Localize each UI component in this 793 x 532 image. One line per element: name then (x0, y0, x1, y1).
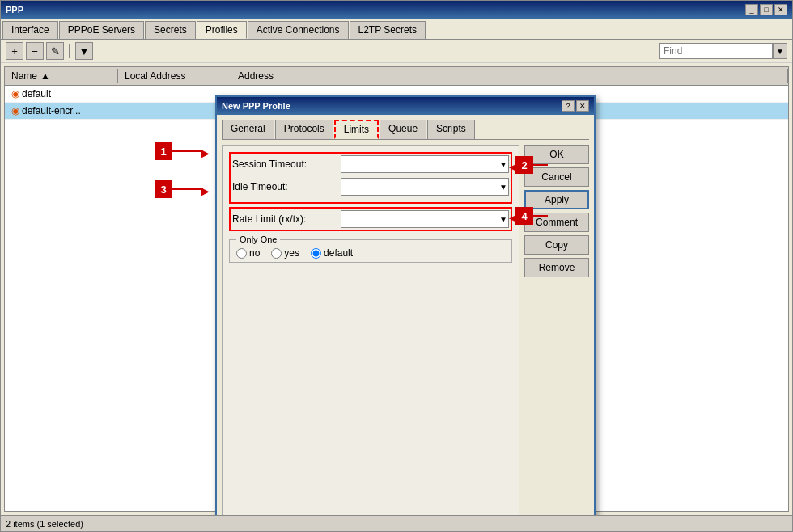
status-bar: 2 items (1 selected) (1, 515, 792, 531)
remove-button[interactable]: − (26, 42, 44, 60)
only-one-radio-group: no yes default (236, 247, 505, 259)
dialog-title: New PPP Profile (222, 101, 290, 111)
rate-limit-row: Rate Limit (rx/tx): ▼ (229, 207, 512, 231)
col-name: Name ▲ (5, 69, 118, 83)
tab-pppoe-servers[interactable]: PPPoE Servers (59, 21, 144, 39)
close-button[interactable]: ✕ (774, 4, 787, 15)
tab-profiles[interactable]: Profiles (197, 21, 247, 39)
edit-button[interactable]: ✎ (46, 42, 64, 60)
radio-no[interactable] (236, 248, 247, 259)
tab-secrets[interactable]: Secrets (145, 21, 196, 39)
comment-button[interactable]: Comment (524, 213, 589, 232)
idle-timeout-select[interactable] (341, 178, 509, 196)
row-name-cell: ◉ default-encr... (5, 104, 118, 117)
dialog-tab-limits[interactable]: Limits (334, 120, 379, 139)
idle-timeout-field: Idle Timeout: ▼ (232, 178, 509, 196)
session-timeout-field: Session Timeout: ▼ (232, 155, 509, 173)
toolbar-separator (69, 44, 70, 58)
session-timeout-label: Session Timeout: (232, 158, 337, 170)
dialog-tab-queue[interactable]: Queue (380, 120, 426, 139)
radio-yes[interactable] (271, 248, 282, 259)
tab-active-connections[interactable]: Active Connections (248, 21, 349, 39)
app-title: PPP (6, 5, 23, 15)
filter-button[interactable]: ▼ (75, 42, 93, 60)
dialog-buttons-panel: OK Cancel Apply Comment Copy Remove (524, 145, 589, 515)
search-dropdown-button[interactable]: ▼ (773, 43, 787, 59)
radio-yes-option[interactable]: yes (271, 247, 299, 259)
search-input[interactable] (659, 43, 773, 59)
ok-button[interactable]: OK (524, 145, 589, 164)
minimize-button[interactable]: _ (745, 4, 758, 15)
rate-limit-select[interactable] (341, 210, 509, 228)
session-timeout-select-wrapper: ▼ (341, 155, 509, 173)
main-window: PPP _ □ ✕ Interface PPPoE Servers Secret… (0, 0, 793, 532)
restore-button[interactable]: □ (760, 4, 773, 15)
rate-limit-label: Rate Limit (rx/tx): (232, 213, 337, 225)
dialog-title-bar: New PPP Profile ? ✕ (217, 97, 594, 115)
radio-no-option[interactable]: no (236, 247, 260, 259)
tab-l2tp-secrets[interactable]: L2TP Secrets (350, 21, 426, 39)
radio-default-option[interactable]: default (311, 247, 353, 259)
rate-limit-select-wrapper: ▼ (341, 210, 509, 228)
add-button[interactable]: + (6, 42, 23, 60)
row-local-addr-cell (118, 87, 231, 100)
dialog-title-buttons: ? ✕ (562, 100, 589, 112)
col-address: Address (231, 69, 788, 83)
radio-default[interactable] (311, 248, 321, 259)
idle-timeout-label: Idle Timeout: (232, 181, 337, 192)
row-local-addr-cell (118, 104, 231, 117)
remove-button[interactable]: Remove (524, 258, 589, 277)
dialog-form: Session Timeout: ▼ (222, 145, 519, 515)
content-area: Name ▲ Local Address Address ◉ default (1, 63, 792, 515)
apply-button[interactable]: Apply (524, 190, 589, 209)
dialog-content: General Protocols Limits Queue Scripts (217, 115, 594, 515)
only-one-fieldset: Only One no yes (229, 234, 512, 263)
tab-interface[interactable]: Interface (2, 21, 58, 39)
row-icon: ◉ (11, 105, 19, 116)
cancel-button[interactable]: Cancel (524, 167, 589, 187)
row-name-cell: ◉ default (5, 87, 118, 100)
dialog-close-button[interactable]: ✕ (576, 100, 589, 112)
copy-button[interactable]: Copy (524, 235, 589, 255)
toolbar: + − ✎ ▼ ▼ (1, 40, 792, 63)
title-bar: PPP _ □ ✕ (1, 1, 792, 19)
dialog-tab-protocols[interactable]: Protocols (275, 120, 333, 139)
session-timeout-row: Session Timeout: ▼ (229, 152, 512, 204)
only-one-legend: Only One (236, 234, 280, 244)
dialog-tab-scripts[interactable]: Scripts (427, 120, 475, 139)
status-text: 2 items (1 selected) (6, 519, 83, 529)
table-header: Name ▲ Local Address Address (5, 67, 788, 86)
dialog-body: Session Timeout: ▼ (222, 145, 589, 515)
col-local-address: Local Address (118, 69, 231, 83)
dialog-help-button[interactable]: ? (562, 100, 575, 112)
idle-timeout-select-wrapper: ▼ (341, 178, 509, 196)
main-tab-bar: Interface PPPoE Servers Secrets Profiles… (1, 19, 792, 40)
dialog-tab-general[interactable]: General (222, 120, 274, 139)
row-icon: ◉ (11, 88, 19, 99)
search-box: ▼ (659, 43, 787, 59)
dialog-tab-bar: General Protocols Limits Queue Scripts (222, 120, 589, 140)
session-timeout-select[interactable] (341, 155, 509, 173)
rate-limit-field: Rate Limit (rx/tx): ▼ (232, 210, 509, 228)
new-ppp-profile-dialog: New PPP Profile ? ✕ General Protocols Li… (215, 95, 596, 515)
title-bar-buttons: _ □ ✕ (745, 4, 787, 15)
